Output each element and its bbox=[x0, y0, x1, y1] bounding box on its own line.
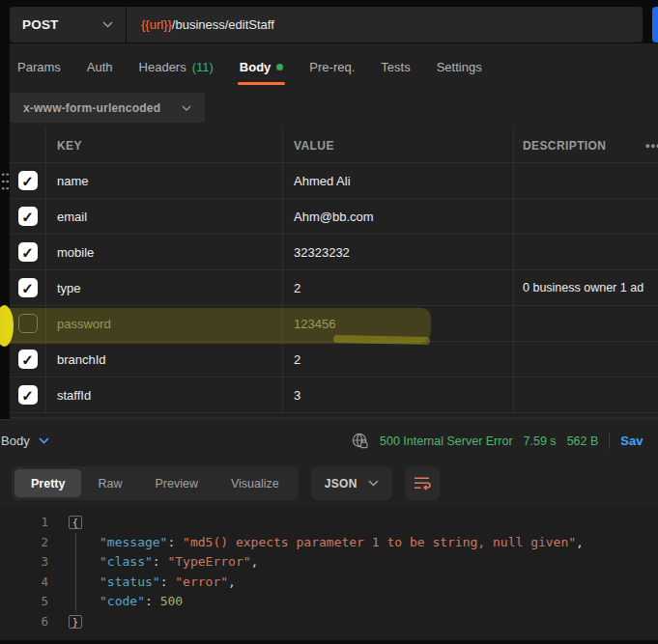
fold-guide-line bbox=[75, 552, 76, 573]
tab-headers[interactable]: Headers(11) bbox=[139, 49, 214, 85]
postman-window: POST {{url}}/business/editStaff ParamsAu… bbox=[0, 0, 658, 644]
key-cell[interactable]: email bbox=[46, 199, 283, 234]
key-column-header: KEY bbox=[46, 128, 283, 162]
description-cell[interactable] bbox=[514, 163, 658, 198]
token-plain: : bbox=[160, 574, 176, 589]
code-text: "code": 500 bbox=[83, 592, 183, 612]
tab-label: Auth bbox=[87, 60, 113, 74]
row-checkbox[interactable]: ✓ bbox=[18, 278, 38, 297]
description-cell[interactable] bbox=[514, 235, 658, 269]
response-body-label: Body bbox=[1, 434, 30, 448]
token-plain: : bbox=[145, 594, 160, 608]
view-tab-preview[interactable]: Preview bbox=[138, 469, 214, 497]
value-cell[interactable]: 3 bbox=[283, 378, 514, 412]
value-cell[interactable]: 32323232 bbox=[283, 235, 514, 269]
fold-guide bbox=[68, 573, 83, 593]
empty-row-stub[interactable] bbox=[10, 413, 658, 418]
response-body-json[interactable]: 1{2"message": "md5() expects parameter 1… bbox=[0, 506, 658, 640]
format-dropdown[interactable]: JSON bbox=[311, 466, 392, 500]
code-line: 4"status": "error", bbox=[0, 573, 658, 593]
value-cell[interactable]: 123456 bbox=[283, 306, 514, 341]
response-size[interactable]: 562 B bbox=[567, 434, 599, 448]
tab-auth[interactable]: Auth bbox=[87, 49, 113, 85]
wrap-text-icon bbox=[414, 476, 431, 490]
tab-tests[interactable]: Tests bbox=[381, 49, 410, 85]
left-edge bbox=[0, 43, 10, 419]
tab-label: Body bbox=[240, 60, 272, 74]
chevron-down-icon bbox=[368, 480, 379, 487]
tab-prereq[interactable]: Pre-req. bbox=[309, 49, 355, 85]
row-checkbox[interactable]: ✓ bbox=[18, 171, 38, 190]
url-path: /business/editStaff bbox=[172, 17, 274, 32]
description-cell[interactable]: 0 business owner 1 ad bbox=[514, 270, 658, 305]
tab-params[interactable]: Params bbox=[17, 49, 61, 85]
checkbox-cell: ✓ bbox=[10, 270, 46, 305]
fold-toggle-icon[interactable]: } bbox=[68, 612, 83, 632]
view-tab-pretty[interactable]: Pretty bbox=[14, 469, 81, 497]
key-cell[interactable]: type bbox=[46, 270, 283, 305]
description-cell[interactable] bbox=[514, 199, 658, 234]
row-checkbox[interactable]: ✓ bbox=[18, 385, 38, 405]
token-str: "error" bbox=[175, 574, 228, 589]
response-view-bar: PrettyRawPreviewVisualize JSON bbox=[12, 466, 440, 500]
fold-guide-line bbox=[75, 573, 76, 593]
save-response-button[interactable]: Sav bbox=[620, 434, 643, 448]
description-cell[interactable] bbox=[514, 378, 658, 412]
response-meta: 500 Internal Server Error 7.59 s 562 B S… bbox=[351, 420, 643, 462]
value-cell[interactable]: Ahm@bb.com bbox=[283, 199, 514, 234]
description-cell[interactable] bbox=[514, 342, 658, 377]
key-cell[interactable]: staffId bbox=[46, 378, 283, 412]
tab-settings[interactable]: Settings bbox=[437, 49, 482, 85]
table-row-staffId: ✓staffId3 bbox=[10, 378, 658, 413]
value-cell[interactable]: 2 bbox=[283, 342, 514, 377]
key-cell[interactable]: branchId bbox=[46, 342, 283, 377]
check-icon: ✓ bbox=[21, 245, 34, 260]
tab-label: Pre-req. bbox=[309, 60, 355, 74]
value-cell[interactable]: 2 bbox=[283, 270, 514, 305]
code-text: "message": "md5() expects parameter 1 to… bbox=[83, 533, 584, 553]
checkbox-cell bbox=[10, 306, 46, 341]
more-options-icon[interactable]: ••• bbox=[645, 128, 658, 162]
send-button-edge[interactable] bbox=[652, 7, 658, 42]
divider bbox=[609, 433, 610, 449]
description-cell[interactable] bbox=[514, 306, 658, 341]
body-type-dropdown[interactable]: x-www-form-urlencoded bbox=[10, 93, 205, 123]
tab-label: Headers bbox=[139, 60, 186, 74]
wrap-text-button[interactable] bbox=[405, 466, 440, 500]
check-icon: ✓ bbox=[21, 388, 34, 403]
body-type-label: x-www-form-urlencoded bbox=[23, 101, 160, 115]
code-text bbox=[83, 612, 100, 632]
response-body-dropdown[interactable]: Body bbox=[1, 420, 49, 462]
view-tab-visualize[interactable]: Visualize bbox=[215, 469, 296, 497]
method-selector[interactable]: POST bbox=[10, 7, 126, 42]
form-data-table: KEY VALUE DESCRIPTION ••• ✓nameAhmed Ali… bbox=[10, 128, 658, 418]
code-line: 3"class": "TypeError", bbox=[0, 552, 658, 573]
token-key: "status" bbox=[100, 574, 160, 589]
response-time[interactable]: 7.59 s bbox=[524, 434, 557, 448]
row-checkbox[interactable] bbox=[18, 314, 38, 333]
table-body: ✓nameAhmed Ali✓emailAhm@bb.com✓mobile323… bbox=[10, 163, 658, 413]
fold-guide-line bbox=[75, 533, 76, 553]
key-cell[interactable]: password bbox=[46, 306, 283, 341]
network-globe-lock-icon bbox=[351, 432, 369, 450]
drag-handle-icon[interactable] bbox=[1, 171, 10, 192]
table-row-email: ✓emailAhm@bb.com bbox=[10, 199, 658, 235]
chevron-down-icon bbox=[39, 437, 49, 444]
url-input[interactable]: {{url}}/business/editStaff bbox=[127, 7, 643, 42]
key-cell[interactable]: name bbox=[46, 163, 283, 198]
table-row-password: password123456 bbox=[10, 306, 658, 342]
line-number: 1 bbox=[0, 513, 48, 533]
row-checkbox[interactable]: ✓ bbox=[18, 207, 38, 226]
code-text bbox=[83, 513, 100, 533]
tab-label: Settings bbox=[437, 60, 482, 74]
checkbox-cell: ✓ bbox=[10, 342, 46, 377]
row-checkbox[interactable]: ✓ bbox=[18, 350, 38, 369]
fold-toggle-icon[interactable]: { bbox=[68, 513, 83, 533]
code-line: 5"code": 500 bbox=[0, 592, 658, 612]
view-tab-raw[interactable]: Raw bbox=[81, 469, 138, 497]
status-code[interactable]: 500 Internal Server Error bbox=[380, 434, 513, 448]
row-checkbox[interactable]: ✓ bbox=[18, 242, 38, 262]
tab-body[interactable]: Body bbox=[240, 49, 284, 85]
key-cell[interactable]: mobile bbox=[46, 235, 283, 269]
value-cell[interactable]: Ahmed Ali bbox=[283, 163, 514, 198]
